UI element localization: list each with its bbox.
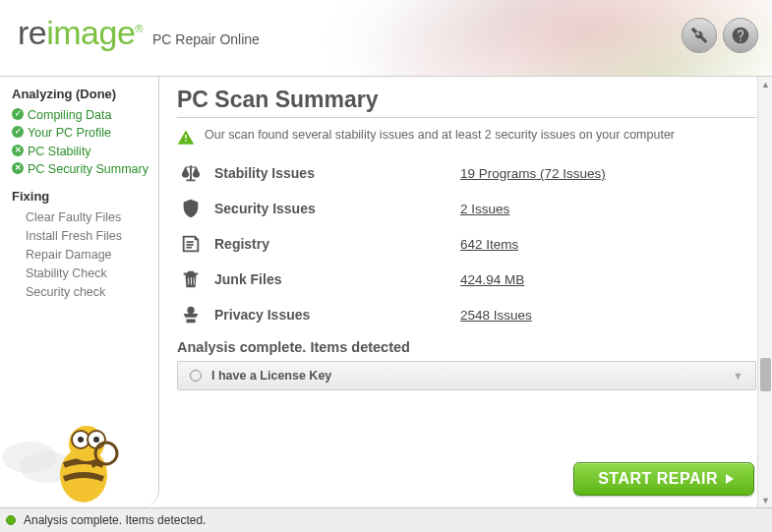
sidebar-item-label: Your PC Profile (28, 125, 111, 141)
license-key-row[interactable]: I have a License Key ▼ (177, 361, 756, 390)
issue-label: Junk Files (214, 271, 460, 287)
sidebar-item-compiling-data[interactable]: Compiling Data (12, 107, 150, 123)
scroll-up-icon[interactable]: ▲ (758, 77, 772, 91)
scroll-down-icon[interactable]: ▼ (758, 493, 772, 507)
status-text: Analysis complete. Items detected. (24, 513, 206, 527)
fix-item-install-fresh: Install Fresh Files (26, 228, 150, 245)
issue-row-stability: Stability Issues 19 Programs (72 Issues) (177, 162, 756, 184)
page-title: PC Scan Summary (177, 87, 756, 113)
logo-registered-icon: ® (135, 23, 143, 34)
divider (177, 117, 756, 118)
chevron-down-icon: ▼ (733, 370, 743, 382)
sidebar-item-pc-security[interactable]: PC Security Summary (12, 161, 150, 177)
fix-item-stability-check: Stability Check (26, 266, 150, 282)
scroll-thumb[interactable] (760, 358, 771, 391)
check-icon (12, 126, 24, 138)
svg-point-7 (93, 437, 99, 443)
sidebar-item-label: PC Security Summary (28, 161, 148, 177)
issue-value-link[interactable]: 642 Items (460, 237, 518, 252)
issue-value-link[interactable]: 2548 Issues (460, 308, 532, 323)
sidebar-item-pc-stability[interactable]: PC Stability (12, 144, 150, 159)
analysis-complete-heading: Analysis complete. Items detected (177, 339, 756, 355)
start-repair-button[interactable]: START REPAIR (573, 462, 754, 496)
issue-value-link[interactable]: 424.94 MB (460, 272, 524, 287)
warning-icon (177, 129, 195, 147)
shield-icon (177, 198, 205, 219)
scales-icon (177, 162, 205, 184)
radio-icon[interactable] (190, 370, 202, 382)
logo-text-re: re (18, 14, 46, 51)
logo: reimage® PC Repair Online (18, 14, 260, 52)
fix-item-repair-damage: Repair Damage (26, 247, 150, 264)
main-panel: PC Scan Summary Our scan found several s… (159, 77, 772, 507)
sidebar-item-label: PC Stability (28, 144, 91, 159)
play-icon (726, 474, 734, 484)
header-buttons (682, 18, 758, 53)
tools-button[interactable] (682, 18, 717, 53)
issue-row-privacy: Privacy Issues 2548 Issues (177, 304, 756, 325)
alert-banner: Our scan found several stability issues … (177, 128, 756, 147)
status-bar: Analysis complete. Items detected. (0, 507, 772, 532)
fix-item-clear-faulty: Clear Faulty Files (26, 209, 150, 226)
help-icon (731, 26, 750, 45)
sidebar-analyze-title: Analyzing (Done) (12, 87, 150, 101)
svg-point-6 (78, 437, 84, 443)
logo-text-image: image (46, 14, 135, 51)
sidebar-fix-title: Fixing (12, 189, 150, 204)
issue-row-registry: Registry 642 Items (177, 233, 756, 255)
check-icon (12, 108, 24, 120)
registry-icon (177, 233, 205, 255)
issue-row-security: Security Issues 2 Issues (177, 198, 756, 219)
status-dot-icon (6, 515, 16, 525)
issue-label: Privacy Issues (214, 307, 460, 323)
alert-text: Our scan found several stability issues … (205, 128, 675, 142)
issue-value-link[interactable]: 19 Programs (72 Issues) (460, 166, 606, 181)
privacy-icon (177, 304, 205, 325)
tools-icon (689, 26, 709, 45)
license-key-label: I have a License Key (211, 369, 331, 383)
x-icon (12, 162, 24, 174)
bee-mascot-icon (0, 398, 157, 506)
issue-row-junk: Junk Files 424.94 MB (177, 268, 756, 290)
scrollbar[interactable]: ▲ ▼ (757, 77, 772, 507)
sidebar-item-label: Compiling Data (28, 107, 111, 123)
trash-icon (177, 268, 205, 290)
fix-item-security-check: Security check (26, 284, 150, 301)
issue-label: Security Issues (214, 201, 460, 216)
issue-label: Registry (214, 236, 460, 252)
logo-tagline: PC Repair Online (152, 31, 260, 47)
issue-label: Stability Issues (214, 165, 460, 181)
sidebar-item-pc-profile[interactable]: Your PC Profile (12, 125, 150, 141)
header: reimage® PC Repair Online (0, 0, 772, 77)
help-button[interactable] (723, 18, 758, 53)
x-icon (12, 145, 24, 156)
start-repair-label: START REPAIR (598, 470, 718, 488)
issue-value-link[interactable]: 2 Issues (460, 202, 509, 216)
